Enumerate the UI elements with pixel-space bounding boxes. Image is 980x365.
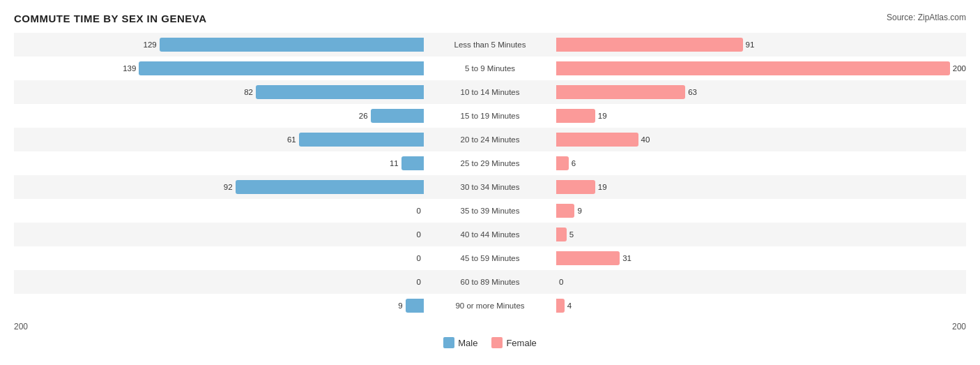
- table-row: 129Less than 5 Minutes91: [14, 33, 966, 57]
- female-value: 200: [953, 64, 966, 73]
- male-bar: [160, 38, 424, 52]
- legend-male-box: [443, 337, 454, 348]
- row-label: 60 to 89 Minutes: [424, 278, 556, 286]
- female-bar: [556, 251, 620, 265]
- female-value: 6: [572, 159, 576, 167]
- row-label: 45 to 59 Minutes: [424, 254, 556, 262]
- male-bar: [139, 61, 424, 75]
- table-row: 035 to 39 Minutes9: [14, 199, 966, 223]
- row-label: 40 to 44 Minutes: [424, 230, 556, 239]
- axis-right: 200: [952, 322, 966, 332]
- male-bar: [371, 109, 424, 123]
- male-value: 0: [417, 254, 421, 262]
- chart-container: COMMUTE TIME BY SEX IN GENEVA Source: Zi…: [0, 0, 980, 365]
- male-value: 139: [123, 64, 136, 73]
- female-bar: [556, 109, 595, 123]
- chart-source: Source: ZipAtlas.com: [887, 13, 966, 22]
- female-value: 19: [598, 112, 607, 120]
- male-value: 0: [417, 207, 421, 215]
- table-row: 060 to 89 Minutes0: [14, 270, 966, 294]
- axis-labels: 200 200: [14, 322, 966, 332]
- table-row: 6120 to 24 Minutes40: [14, 128, 966, 151]
- table-row: 9230 to 34 Minutes19: [14, 175, 966, 199]
- table-row: 8210 to 14 Minutes63: [14, 80, 966, 104]
- female-bar: [556, 85, 685, 99]
- male-bar: [256, 85, 424, 99]
- row-label: 30 to 34 Minutes: [424, 183, 556, 191]
- female-bar: [556, 204, 574, 218]
- male-bar: [299, 133, 424, 147]
- legend-male-label: Male: [458, 338, 477, 348]
- legend: Male Female: [14, 337, 966, 348]
- table-row: 045 to 59 Minutes31: [14, 246, 966, 270]
- female-bar: [556, 61, 950, 75]
- male-value: 129: [144, 40, 157, 49]
- row-label: 25 to 29 Minutes: [424, 159, 556, 167]
- female-bar: [556, 133, 638, 147]
- chart-header: COMMUTE TIME BY SEX IN GENEVA Source: Zi…: [14, 13, 966, 24]
- female-value: 31: [622, 254, 631, 262]
- legend-female: Female: [491, 337, 536, 348]
- male-bar: [406, 299, 424, 313]
- female-value: 9: [577, 207, 581, 215]
- female-value: 91: [746, 40, 755, 49]
- row-label: 10 to 14 Minutes: [424, 88, 556, 96]
- row-label: 15 to 19 Minutes: [424, 112, 556, 120]
- female-value: 40: [641, 135, 650, 144]
- female-value: 4: [567, 301, 572, 310]
- table-row: 040 to 44 Minutes5: [14, 223, 966, 246]
- chart-rows: 129Less than 5 Minutes911395 to 9 Minute…: [14, 33, 966, 318]
- legend-male: Male: [443, 337, 477, 348]
- female-bar: [556, 228, 567, 241]
- legend-female-label: Female: [506, 338, 536, 348]
- male-value: 0: [417, 278, 421, 286]
- male-value: 9: [398, 301, 402, 310]
- axis-left: 200: [14, 322, 28, 332]
- table-row: 1395 to 9 Minutes200: [14, 57, 966, 80]
- male-bar: [236, 180, 424, 194]
- female-value: 19: [598, 183, 607, 191]
- row-label: Less than 5 Minutes: [424, 40, 556, 49]
- male-value: 82: [244, 88, 253, 96]
- female-bar: [556, 156, 569, 170]
- female-bar: [556, 180, 595, 194]
- male-value: 0: [417, 230, 421, 239]
- chart-title: COMMUTE TIME BY SEX IN GENEVA: [14, 13, 206, 24]
- male-value: 61: [287, 135, 296, 144]
- female-bar: [556, 38, 743, 52]
- table-row: 2615 to 19 Minutes19: [14, 104, 966, 128]
- legend-female-box: [491, 337, 503, 348]
- female-value: 63: [688, 88, 697, 96]
- table-row: 1125 to 29 Minutes6: [14, 151, 966, 175]
- female-bar: [556, 299, 565, 313]
- female-value: 5: [569, 230, 574, 239]
- row-label: 35 to 39 Minutes: [424, 207, 556, 215]
- row-label: 20 to 24 Minutes: [424, 135, 556, 144]
- male-value: 92: [224, 183, 233, 191]
- row-label: 5 to 9 Minutes: [424, 64, 556, 73]
- row-label: 90 or more Minutes: [424, 301, 556, 310]
- male-value: 26: [359, 112, 368, 120]
- female-value: 0: [559, 278, 563, 286]
- male-value: 11: [390, 159, 399, 167]
- table-row: 990 or more Minutes4: [14, 294, 966, 318]
- male-bar: [401, 156, 424, 170]
